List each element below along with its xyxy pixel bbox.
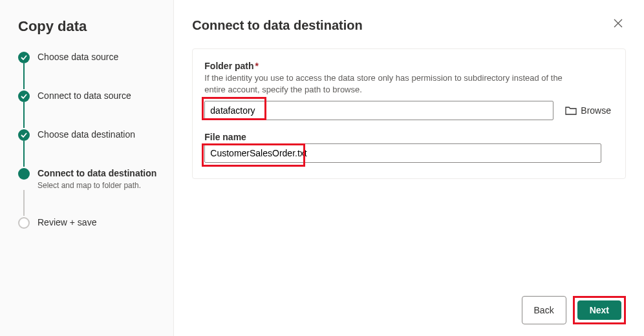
- step-connector: [23, 190, 25, 216]
- step-connect-destination[interactable]: Connect to data destination Select and m…: [18, 167, 166, 190]
- browse-button[interactable]: Browse: [563, 104, 614, 117]
- check-icon: [18, 90, 30, 102]
- label-text: Folder path: [204, 61, 253, 71]
- footer: Back Next: [192, 287, 626, 324]
- step-label: Connect to data source: [38, 89, 131, 102]
- step-label: Review + save: [38, 216, 96, 229]
- next-button[interactable]: Next: [577, 300, 621, 320]
- pending-step-icon: [18, 217, 30, 229]
- folder-path-label: Folder path*: [204, 61, 614, 71]
- check-icon: [18, 52, 30, 63]
- close-icon: [613, 18, 623, 28]
- folder-path-field-group: Folder path* If the identity you use to …: [204, 61, 614, 120]
- highlight-next-button: Next: [573, 296, 626, 324]
- browse-label: Browse: [581, 105, 611, 116]
- required-marker: *: [255, 61, 259, 71]
- step-review-save[interactable]: Review + save: [18, 216, 166, 229]
- step-connector: [23, 63, 25, 89]
- file-name-label: File name: [204, 132, 614, 142]
- step-connect-source[interactable]: Connect to data source: [18, 89, 166, 102]
- step-label: Connect to data destination: [38, 167, 156, 180]
- folder-path-input[interactable]: [204, 101, 553, 120]
- close-button[interactable]: [610, 16, 626, 31]
- step-choose-destination[interactable]: Choose data destination: [18, 128, 166, 141]
- main-content: Connect to data destination Folder path*…: [174, 0, 644, 336]
- folder-path-hint: If the identity you use to access the da…: [204, 72, 566, 96]
- form-panel: Folder path* If the identity you use to …: [192, 48, 626, 179]
- step-label: Choose data destination: [38, 128, 135, 141]
- file-name-input[interactable]: [204, 143, 601, 163]
- folder-icon: [565, 106, 577, 115]
- wizard-steps: Choose data source Connect to data sourc…: [18, 50, 166, 229]
- current-step-icon: [18, 168, 30, 180]
- step-label: Choose data source: [38, 50, 118, 63]
- check-icon: [18, 129, 30, 141]
- back-button[interactable]: Back: [522, 296, 566, 324]
- step-connector: [23, 102, 25, 128]
- wizard-title: Copy data: [18, 18, 166, 35]
- step-choose-source[interactable]: Choose data source: [18, 50, 166, 63]
- wizard-sidebar: Copy data Choose data source Connect to …: [0, 0, 174, 336]
- file-name-field-group: File name: [204, 132, 614, 163]
- page-title: Connect to data destination: [192, 18, 626, 33]
- step-connector: [23, 141, 25, 167]
- step-description: Select and map to folder path.: [38, 181, 156, 190]
